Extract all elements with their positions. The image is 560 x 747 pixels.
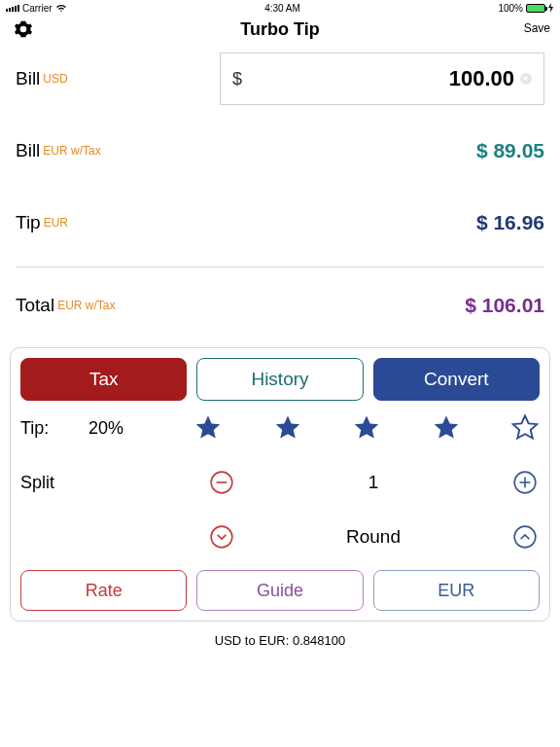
tip-stars bbox=[176, 413, 540, 443]
tip-pct-label: Tip: bbox=[20, 418, 88, 439]
rate-button[interactable]: Rate bbox=[20, 570, 187, 611]
svg-point-6 bbox=[514, 526, 536, 548]
exchange-rate-footer: USD to EUR: 0.848100 bbox=[0, 627, 560, 652]
divider bbox=[16, 267, 544, 267]
bill-converted-row: Bill EUR w/Tax $ 89.05 bbox=[16, 115, 544, 187]
round-down-icon[interactable] bbox=[207, 522, 236, 551]
currency-button[interactable]: EUR bbox=[373, 570, 540, 611]
star-4-icon[interactable] bbox=[432, 413, 461, 443]
save-button[interactable]: Save bbox=[524, 21, 550, 35]
split-label: Split bbox=[20, 473, 176, 493]
total-label: Total bbox=[16, 295, 54, 316]
round-label: Round bbox=[236, 526, 510, 548]
tip-value: $ 16.96 bbox=[476, 211, 544, 234]
status-time: 4:30 AM bbox=[264, 3, 300, 14]
total-tag: EUR w/Tax bbox=[57, 299, 115, 312]
tip-label: Tip bbox=[16, 212, 41, 233]
status-bar: Carrier 4:30 AM 100% bbox=[0, 0, 560, 16]
charging-icon bbox=[548, 3, 554, 13]
guide-button[interactable]: Guide bbox=[196, 570, 363, 611]
control-panel: Tax History Convert Tip: 20% Split 1 Rou… bbox=[10, 347, 550, 622]
bill-label: Bill bbox=[16, 68, 40, 89]
history-tab[interactable]: History bbox=[196, 358, 363, 401]
svg-point-5 bbox=[211, 526, 232, 548]
tax-tab[interactable]: Tax bbox=[20, 358, 187, 401]
header: Turbo Tip Save bbox=[0, 16, 560, 43]
bill-amount: 100.00 bbox=[242, 66, 520, 91]
clear-icon[interactable]: ✕ bbox=[520, 73, 532, 85]
split-row: Split 1 bbox=[20, 455, 540, 510]
tip-row: Tip EUR $ 16.96 bbox=[16, 187, 544, 259]
carrier-label: Carrier bbox=[22, 3, 52, 14]
bill-converted-tag: EUR w/Tax bbox=[43, 144, 100, 158]
star-1-icon[interactable] bbox=[193, 413, 223, 443]
bill-converted-label: Bill bbox=[16, 140, 40, 161]
bill-input[interactable]: $ 100.00 ✕ bbox=[220, 53, 544, 105]
gear-icon[interactable] bbox=[14, 19, 33, 43]
round-row: Round bbox=[20, 510, 540, 564]
battery-pct: 100% bbox=[498, 3, 523, 14]
signal-icon bbox=[6, 5, 19, 12]
dollar-sign: $ bbox=[232, 69, 242, 89]
bill-currency-tag: USD bbox=[43, 72, 67, 86]
tip-pct-row: Tip: 20% bbox=[20, 401, 540, 455]
star-5-icon[interactable] bbox=[510, 413, 540, 443]
bill-converted-value: $ 89.05 bbox=[476, 139, 544, 162]
battery-icon bbox=[526, 4, 545, 13]
total-value: $ 106.01 bbox=[465, 294, 544, 317]
star-3-icon[interactable] bbox=[352, 413, 381, 443]
app-title: Turbo Tip bbox=[240, 19, 319, 40]
bill-input-row: Bill USD $ 100.00 ✕ bbox=[16, 43, 544, 115]
star-2-icon[interactable] bbox=[273, 413, 302, 443]
total-row: Total EUR w/Tax $ 106.01 bbox=[16, 281, 544, 330]
plus-icon[interactable] bbox=[510, 468, 540, 497]
convert-tab[interactable]: Convert bbox=[373, 358, 540, 401]
tip-pct-value: 20% bbox=[88, 418, 176, 439]
tip-tag: EUR bbox=[44, 216, 68, 230]
split-value: 1 bbox=[236, 472, 510, 493]
wifi-icon bbox=[55, 4, 67, 13]
round-up-icon[interactable] bbox=[510, 522, 540, 551]
minus-icon[interactable] bbox=[207, 468, 236, 497]
